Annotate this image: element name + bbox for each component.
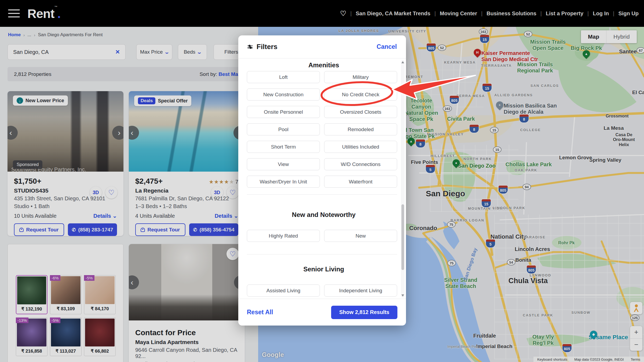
filter-chip-highly-rated[interactable]: Highly Rated bbox=[247, 230, 320, 242]
cancel-button[interactable]: Cancel bbox=[377, 43, 397, 50]
filter-chip-pool[interactable]: Pool bbox=[247, 123, 320, 135]
filter-chip-waterfront[interactable]: Waterfront bbox=[324, 176, 397, 188]
modal-title: Filters bbox=[257, 43, 277, 51]
sliders-icon bbox=[247, 45, 253, 49]
filter-chip-new[interactable]: New bbox=[324, 230, 397, 242]
filter-chip-assisted-living[interactable]: Assisted Living bbox=[247, 285, 320, 297]
filter-section-heading: Amenities bbox=[247, 61, 401, 69]
scroll-up-icon[interactable] bbox=[401, 61, 404, 63]
filter-chip-view[interactable]: View bbox=[247, 158, 320, 170]
filter-chip-independent-living[interactable]: Independent Living bbox=[324, 285, 397, 297]
filter-section-heading: New and Noteworthy bbox=[247, 211, 401, 219]
modal-scrollbar[interactable] bbox=[401, 60, 405, 298]
scroll-down-icon[interactable] bbox=[401, 294, 404, 297]
page: Rent™. ♡|San Diego, CA Market Trends|Mov… bbox=[0, 0, 644, 362]
filter-chip-washer-dryer-in-unit[interactable]: Washer/Dryer In Unit bbox=[247, 176, 320, 188]
show-results-button[interactable]: Show 2,812 Results bbox=[331, 306, 397, 319]
reset-all-button[interactable]: Reset All bbox=[247, 309, 273, 316]
filters-modal: Filters Cancel AmenitiesLoftMilitaryNew … bbox=[238, 35, 406, 326]
filter-chip-new-construction[interactable]: New Construction bbox=[247, 88, 320, 101]
filter-chip-short-term[interactable]: Short Term bbox=[247, 141, 320, 153]
filter-chip-oversized-closets[interactable]: Oversized Closets bbox=[324, 106, 397, 118]
filter-chip-loft[interactable]: Loft bbox=[247, 71, 320, 83]
filter-chip-no-credit-check[interactable]: No Credit Check bbox=[324, 88, 397, 101]
scrollbar-thumb[interactable] bbox=[401, 204, 404, 270]
filter-chip-onsite-personnel[interactable]: Onsite Personnel bbox=[247, 106, 320, 118]
filter-chip-remodeled[interactable]: Remodeled bbox=[324, 123, 397, 135]
filter-chip-utilities-included[interactable]: Utilities Included bbox=[324, 141, 397, 153]
filter-section-heading: Senior Living bbox=[247, 265, 401, 273]
filter-chip-w-d-connections[interactable]: W/D Connections bbox=[324, 158, 397, 170]
filter-chip-military[interactable]: Military bbox=[324, 71, 397, 83]
